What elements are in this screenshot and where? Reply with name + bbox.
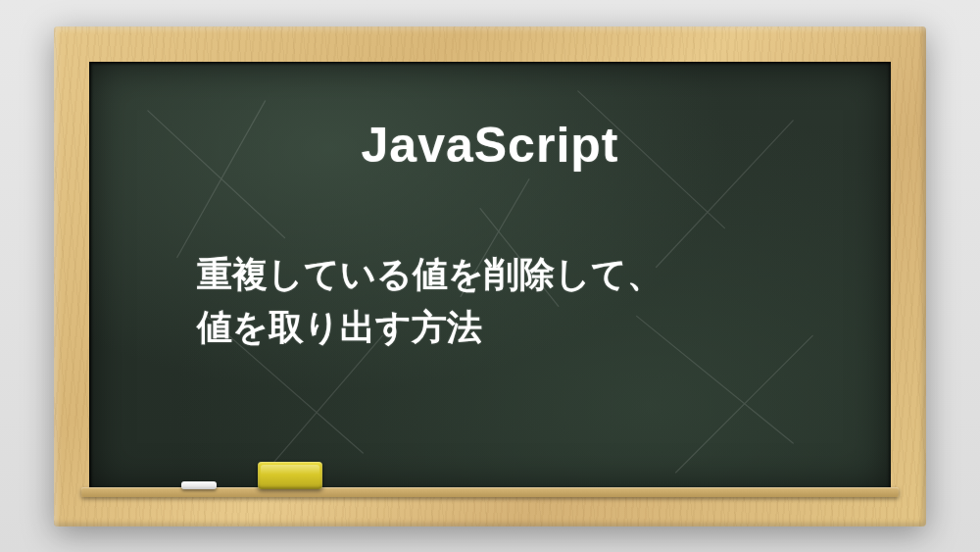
subtitle-line-1: 重複している値を削除して、	[197, 254, 662, 294]
board-content: JavaScript 重複している値を削除して、 値を取り出す方法	[89, 62, 891, 491]
chalk-stick	[181, 481, 217, 489]
board-surface: JavaScript 重複している値を削除して、 値を取り出す方法	[89, 62, 891, 491]
subtitle: 重複している値を削除して、 値を取り出す方法	[197, 248, 662, 354]
chalkboard: JavaScript 重複している値を削除して、 値を取り出す方法	[54, 26, 926, 527]
subtitle-line-2: 値を取り出す方法	[197, 307, 482, 347]
main-title: JavaScript	[362, 117, 619, 174]
eraser	[258, 462, 322, 489]
